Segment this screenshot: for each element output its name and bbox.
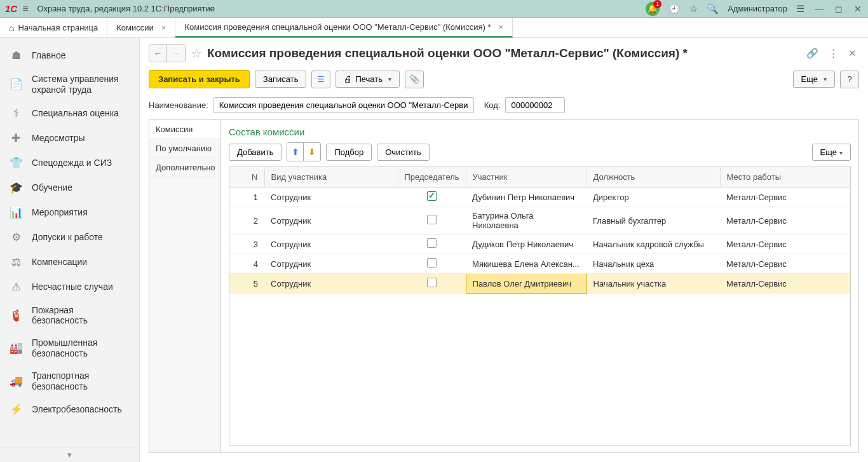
nav-icon: 📄 [9, 78, 23, 91]
sidebar-item-8[interactable]: ⚖Компенсации [0, 250, 139, 275]
sidebar-item-2[interactable]: ⚕Специальная оценка [0, 101, 139, 126]
add-button[interactable]: Добавить [229, 144, 281, 161]
cell-chair[interactable] [398, 254, 466, 274]
cell-type: Сотрудник [264, 207, 398, 234]
user-label[interactable]: Администратор [728, 4, 787, 13]
close-icon[interactable]: × [499, 22, 504, 32]
nav-label: Главное [32, 50, 66, 61]
close-window-button[interactable]: ✕ [853, 4, 863, 14]
cell-chair[interactable] [398, 187, 466, 207]
th-workplace[interactable]: Место работы [720, 167, 850, 187]
more-button[interactable]: Еще [793, 71, 835, 88]
minimize-button[interactable]: — [813, 4, 825, 14]
kebab-icon[interactable]: ⋮ [826, 48, 841, 59]
search-icon[interactable]: 🔍 [707, 3, 719, 15]
tab-commission-detail[interactable]: Комиссия проведения специальной оценки О… [175, 18, 513, 37]
cell-chair[interactable] [398, 207, 466, 234]
save-close-button[interactable]: Записать и закрыть [149, 70, 250, 88]
panel-more-button[interactable]: Еще [812, 144, 851, 161]
cell-n: 1 [229, 187, 264, 207]
link-icon[interactable]: 🔗 [804, 48, 821, 59]
select-button[interactable]: Подбор [326, 144, 372, 161]
move-up-button[interactable]: ⬆ [287, 143, 304, 161]
vtab-additional[interactable]: Дополнительно [149, 158, 220, 177]
cell-chair[interactable] [398, 234, 466, 254]
sidebar-item-11[interactable]: 🏭Промышленная безопасность [0, 332, 139, 365]
content: ← → ☆ Комиссия проведения специальной оц… [140, 38, 868, 462]
cell-workplace: Металл-Сервис [720, 234, 850, 254]
sidebar-item-13[interactable]: ⚡Электробезопасность [0, 397, 139, 422]
close-page-icon[interactable]: ✕ [846, 48, 859, 59]
table-row[interactable]: 1СотрудникДубинин Петр НиколаевичДиректо… [229, 187, 850, 207]
cell-member[interactable]: Батурина Ольга Николаевна [466, 207, 587, 234]
move-down-button[interactable]: ⬇ [304, 143, 320, 161]
sidebar-item-0[interactable]: ☗Главное [0, 43, 139, 68]
clear-button[interactable]: Очистить [377, 144, 430, 161]
vtab-default[interactable]: По умолчанию [149, 139, 220, 158]
cell-chair[interactable] [398, 274, 466, 294]
cell-member[interactable]: Дудиков Петр Николаевич [466, 234, 587, 254]
list-view-button[interactable]: ☰ [311, 71, 330, 88]
table-row[interactable]: 3СотрудникДудиков Петр НиколаевичНачальн… [229, 234, 850, 254]
cell-member[interactable]: Мякишева Елена Алексан... [466, 254, 587, 274]
chair-checkbox[interactable] [427, 215, 437, 224]
th-type[interactable]: Вид участника [264, 167, 398, 187]
cell-member[interactable]: Павлов Олег Дмитриевич [466, 274, 587, 294]
nav-icon: ⚠ [9, 280, 23, 294]
chair-checkbox[interactable] [427, 191, 437, 201]
th-member[interactable]: Участник [466, 167, 587, 187]
nav-icon: ⚖ [9, 255, 23, 269]
tab-home[interactable]: ⌂ Начальная страница [0, 18, 107, 37]
close-icon[interactable]: × [161, 23, 166, 32]
sidebar-item-6[interactable]: 📊Мероприятия [0, 200, 139, 225]
back-button[interactable]: ← [149, 45, 167, 62]
history-icon[interactable]: 🕘 [668, 3, 681, 15]
chair-checkbox[interactable] [427, 278, 437, 287]
th-position[interactable]: Должность [587, 167, 720, 187]
table-row[interactable]: 2СотрудникБатурина Ольга НиколаевнаГлавн… [229, 207, 850, 234]
maximize-button[interactable]: ◻ [834, 4, 844, 14]
nav-icon: ☗ [9, 49, 23, 62]
cell-type: Сотрудник [264, 274, 398, 294]
nav-icon: 🎓 [9, 181, 23, 194]
page-header: ← → ☆ Комиссия проведения специальной оц… [140, 38, 868, 67]
cell-member[interactable]: Дубинин Петр Николаевич [466, 187, 587, 207]
star-icon[interactable]: ☆ [191, 46, 202, 61]
th-n[interactable]: N [229, 167, 264, 187]
sidebar-item-7[interactable]: ⚙Допуски к работе [0, 225, 139, 250]
home-icon: ⌂ [9, 23, 14, 33]
th-chair[interactable]: Председатель [398, 167, 466, 187]
settings-icon[interactable]: ☰ [796, 3, 804, 15]
chair-checkbox[interactable] [427, 238, 437, 248]
forward-button[interactable]: → [167, 45, 185, 62]
chair-checkbox[interactable] [427, 258, 437, 268]
sidebar-item-9[interactable]: ⚠Несчастные случаи [0, 275, 139, 299]
nav-label: Мероприятия [32, 207, 88, 218]
menu-icon[interactable]: ≡ [22, 3, 28, 15]
tab-commissions[interactable]: Комиссии × [107, 18, 175, 37]
save-button[interactable]: Записать [255, 71, 307, 88]
print-button[interactable]: 🖨Печать [336, 71, 400, 88]
name-input[interactable] [214, 97, 474, 113]
notification-badge[interactable]: 🔔 [646, 2, 660, 16]
panel-toolbar: Добавить ⬆ ⬇ Подбор Очистить Еще [229, 142, 851, 161]
nav-label: Транспортная безопасность [32, 370, 130, 392]
sidebar-item-3[interactable]: ✚Медосмотры [0, 126, 139, 151]
table-row[interactable]: 5СотрудникПавлов Олег ДмитриевичНачальни… [229, 274, 850, 294]
sidebar-item-10[interactable]: 🧯Пожарная безопасность [0, 299, 139, 332]
cell-workplace: Металл-Сервис [720, 187, 850, 207]
sidebar-item-5[interactable]: 🎓Обучение [0, 175, 139, 200]
favorite-icon[interactable]: ☆ [689, 3, 698, 15]
code-input[interactable] [505, 97, 565, 113]
nav-back-forward: ← → [149, 44, 186, 62]
sidebar-item-12[interactable]: 🚚Транспортная безопасность [0, 365, 139, 398]
sidebar-item-1[interactable]: 📄Система управления охраной труда [0, 68, 139, 101]
help-button[interactable]: ? [840, 71, 859, 88]
nav-label: Медосмотры [32, 133, 85, 144]
vtab-commission[interactable]: Комиссия [149, 120, 220, 139]
panel-title: Состав комиссии [229, 126, 851, 137]
sidebar-more[interactable]: ▾ [0, 447, 139, 462]
attachment-button[interactable]: 📎 [405, 71, 424, 88]
table-row[interactable]: 4СотрудникМякишева Елена Алексан...Начал… [229, 254, 850, 274]
sidebar-item-4[interactable]: 👕Спецодежда и СИЗ [0, 151, 139, 175]
